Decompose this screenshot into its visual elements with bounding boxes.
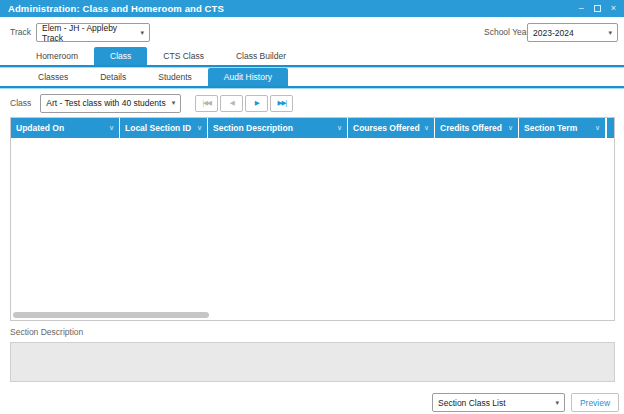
track-select-value: Elem - JH - Appleby Track [42,23,136,43]
window-titlebar: Administration: Class and Homeroom and C… [0,0,624,17]
track-label: Track [10,27,31,37]
maximize-icon[interactable] [594,5,601,12]
column-header-label: Section Description [213,123,293,133]
chevron-down-icon: ▾ [555,399,559,407]
chevron-down-icon: ▾ [140,29,144,37]
tab-details[interactable]: Details [84,68,142,86]
bottom-bar: Section Class List ▾ Preview [0,393,624,412]
main-tab-bar: Homeroom Class CTS Class Class Builder [0,47,624,67]
audit-history-grid: Updated On ∨ Local Section ID ∨ Section … [10,117,615,321]
tab-class[interactable]: Class [94,47,147,65]
chevron-down-icon[interactable]: ∨ [337,124,342,132]
previous-page-button[interactable]: ◀ [220,95,243,112]
tab-homeroom[interactable]: Homeroom [20,47,94,65]
tab-classes[interactable]: Classes [22,68,84,86]
column-header-partial [607,118,614,138]
tab-audit-history[interactable]: Audit History [208,68,288,86]
chevron-down-icon[interactable]: ∨ [424,124,429,132]
last-page-button[interactable]: ▶▶| [270,95,293,112]
grid-body-empty[interactable] [11,138,614,309]
window-title: Administration: Class and Homeroom and C… [8,3,224,14]
horizontal-scrollbar-thumb[interactable] [13,312,209,318]
report-select-value: Section Class List [438,398,506,408]
column-header-label: Updated On [16,123,64,133]
track-row: Track Elem - JH - Appleby Track ▾ School… [0,23,624,44]
column-header-label: Local Section ID [125,123,191,133]
column-header-updated-on[interactable]: Updated On ∨ [11,118,120,138]
chevron-down-icon: ▾ [172,99,176,107]
chevron-down-icon[interactable]: ∨ [508,124,513,132]
tab-students[interactable]: Students [142,68,208,86]
track-select[interactable]: Elem - JH - Appleby Track ▾ [36,23,150,42]
class-label: Class [10,98,31,108]
last-page-icon: ▶▶| [277,99,286,107]
section-description-textarea [10,342,615,382]
column-header-local-section-id[interactable]: Local Section ID ∨ [120,118,208,138]
column-header-section-description[interactable]: Section Description ∨ [208,118,348,138]
chevron-down-icon[interactable]: ∨ [109,124,114,132]
next-page-button[interactable]: ▶ [245,95,268,112]
first-page-icon: |◀◀ [202,99,211,107]
chevron-down-icon[interactable]: ∨ [595,124,600,132]
sub-tab-bar: Classes Details Students Audit History [0,68,624,88]
school-year-select[interactable]: 2023-2024 ▾ [527,23,618,42]
class-selector-row: Class Art - Test class with 40 students … [0,92,624,114]
horizontal-scrollbar[interactable] [11,309,614,320]
column-header-section-term[interactable]: Section Term ∨ [519,118,605,138]
column-header-courses-offered[interactable]: Courses Offered ∨ [348,118,435,138]
school-year-label: School Year [484,27,529,37]
chevron-down-icon[interactable]: ∨ [197,124,202,132]
close-icon[interactable]: × [611,4,616,13]
column-header-label: Courses Offered [353,123,420,133]
minimize-icon[interactable]: – [579,4,584,13]
pagination: |◀◀ ◀ ▶ ▶▶| [195,95,293,112]
window-controls: – × [579,4,616,13]
class-select[interactable]: Art - Test class with 40 students ▾ [40,94,181,113]
chevron-down-icon: ▾ [608,29,612,37]
column-header-label: Credits Offered [440,123,502,133]
class-select-value: Art - Test class with 40 students [46,98,165,108]
column-header-label: Section Term [524,123,577,133]
school-year-select-value: 2023-2024 [533,28,574,38]
report-select[interactable]: Section Class List ▾ [432,393,565,412]
grid-header-row: Updated On ∨ Local Section ID ∨ Section … [11,118,614,138]
tab-class-builder[interactable]: Class Builder [220,47,302,65]
previous-page-icon: ◀ [230,99,234,107]
preview-button[interactable]: Preview [571,393,619,412]
next-page-icon: ▶ [255,99,259,107]
column-header-credits-offered[interactable]: Credits Offered ∨ [435,118,519,138]
section-description-label: Section Description [10,327,624,339]
first-page-button[interactable]: |◀◀ [195,95,218,112]
tab-cts-class[interactable]: CTS Class [147,47,220,65]
